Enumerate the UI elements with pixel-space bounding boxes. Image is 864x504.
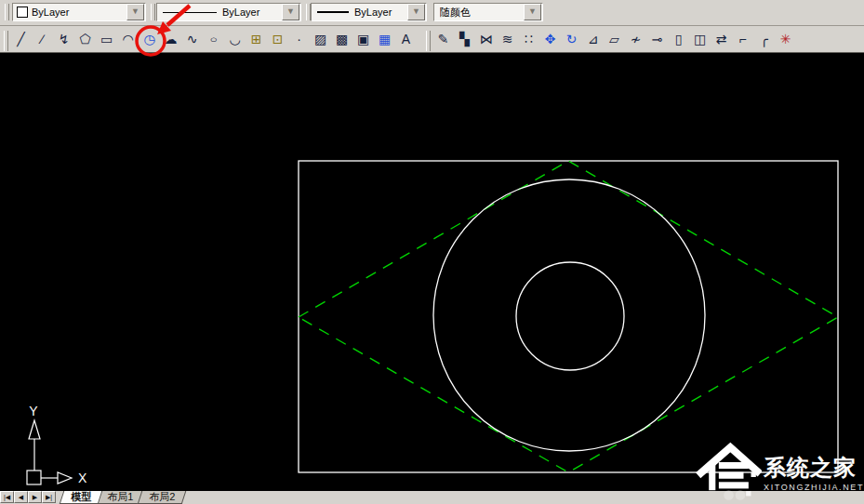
previous-tab-button[interactable]: ◀: [14, 491, 28, 503]
break-at-point-icon[interactable]: ▯: [668, 28, 689, 51]
layout-tab-bar: |◀ ◀ ▶ ▶| 模型 布局1 布局2: [0, 491, 864, 504]
explode-icon[interactable]: ✳: [775, 28, 796, 51]
last-tab-button[interactable]: ▶|: [42, 491, 56, 503]
model-space-canvas[interactable]: Y X: [0, 53, 864, 491]
region-icon[interactable]: ▣: [352, 28, 374, 51]
first-tab-button[interactable]: |◀: [0, 491, 14, 503]
ellipse-arc-icon[interactable]: ◡: [224, 28, 246, 51]
break-icon[interactable]: ◫: [689, 28, 711, 51]
drawn-rectangle[interactable]: [299, 161, 838, 472]
polygon-icon[interactable]: ⬠: [74, 28, 96, 51]
stretch-icon[interactable]: ▱: [604, 28, 625, 51]
drawn-inner-circle[interactable]: [516, 262, 624, 370]
draw-toolbar: ╱ ∕ ↯ ⬠ ▭ ◠ ◷ ☁ ∿ ○ ◡ ⊞ ⊡ · ▨ ▩ ▣ ▦ A: [2, 27, 417, 52]
revision-cloud-icon[interactable]: ☁: [160, 28, 181, 51]
lineweight-control[interactable]: ByLayer ▼: [311, 3, 427, 21]
modify-toolbar: ✎ ▚ ⋈ ≋ ∷ ✥ ↻ ⊿ ▱ ≁ ⊸ ▯ ◫ ⇄ ⌐ ╭ ✳: [424, 27, 796, 52]
gradient-icon[interactable]: ▩: [331, 28, 352, 51]
tab-layout1-label: 布局1: [107, 491, 133, 503]
color-control[interactable]: ByLayer ▼: [12, 3, 146, 21]
chevron-down-icon: ▼: [131, 7, 140, 16]
linetype-control-value: ByLayer: [222, 7, 282, 18]
autocad-window: { "properties_toolbar": { "color": { "va…: [0, 0, 864, 504]
tab-layout2-label: 布局2: [149, 491, 175, 503]
ucs-x-label: X: [78, 471, 87, 485]
table-icon[interactable]: ▦: [374, 28, 395, 51]
rectangle-icon[interactable]: ▭: [96, 28, 117, 51]
copy-icon[interactable]: ▚: [454, 28, 475, 51]
chamfer-icon[interactable]: ⌐: [732, 28, 753, 51]
tab-model-label: 模型: [71, 491, 91, 503]
mirror-icon[interactable]: ⋈: [475, 28, 497, 51]
extend-icon[interactable]: ⊸: [646, 28, 668, 51]
scale-icon[interactable]: ⊿: [582, 28, 604, 51]
line-icon[interactable]: ╱: [10, 28, 32, 51]
multiline-text-icon[interactable]: A: [395, 28, 417, 51]
hatch-icon[interactable]: ▨: [310, 28, 331, 51]
plot-style-control-dropdown-button[interactable]: ▼: [524, 4, 541, 20]
lineweight-control-dropdown-button[interactable]: ▼: [407, 4, 425, 20]
chevron-down-icon: ▼: [412, 7, 420, 16]
polyline-icon[interactable]: ↯: [53, 28, 74, 51]
toolbar-grip[interactable]: [151, 4, 155, 20]
insert-block-icon[interactable]: ⊞: [246, 28, 267, 51]
offset-icon[interactable]: ≋: [497, 28, 518, 51]
drawn-outer-circle[interactable]: [433, 179, 705, 451]
toolbar-grip[interactable]: [5, 4, 9, 20]
chevron-down-icon: ▼: [286, 7, 295, 16]
array-icon[interactable]: ∷: [518, 28, 539, 51]
join-icon[interactable]: ⇄: [711, 28, 732, 51]
move-icon[interactable]: ✥: [539, 28, 561, 51]
color-swatch-icon: [17, 7, 28, 18]
fillet-icon[interactable]: ╭: [753, 28, 775, 51]
drawn-dashed-diamond[interactable]: [299, 161, 838, 472]
tab-layout2[interactable]: 布局2: [138, 491, 187, 504]
point-icon[interactable]: ·: [288, 28, 310, 51]
next-tab-button[interactable]: ▶: [28, 491, 42, 503]
make-block-icon[interactable]: ⊡: [267, 28, 288, 51]
plot-style-control[interactable]: 随颜色 ▼: [433, 3, 543, 21]
lineweight-control-value: ByLayer: [354, 7, 407, 18]
tab-model[interactable]: 模型: [60, 491, 103, 504]
layout-tabs: 模型 布局1 布局2: [61, 491, 181, 504]
spline-icon[interactable]: ∿: [181, 28, 203, 51]
rotate-icon[interactable]: ↻: [561, 28, 582, 51]
toolbar-grip[interactable]: [426, 31, 431, 51]
chevron-down-icon: ▼: [528, 7, 537, 16]
ucs-y-label: Y: [29, 404, 38, 418]
trim-icon[interactable]: ≁: [625, 28, 646, 51]
circle-icon[interactable]: ◷: [139, 28, 160, 51]
draw-modify-toolbars: ╱ ∕ ↯ ⬠ ▭ ◠ ◷ ☁ ∿ ○ ◡ ⊞ ⊡ · ▨ ▩ ▣ ▦ A ✎ …: [0, 26, 864, 53]
plot-style-control-value: 随颜色: [440, 6, 524, 20]
ucs-icon: Y X: [27, 404, 87, 485]
properties-toolbar: ByLayer ▼ ByLayer ▼ ByLayer ▼ 随颜色 ▼: [0, 0, 864, 26]
toolbar-grip[interactable]: [4, 31, 8, 51]
drawing-entities: Y X: [0, 53, 864, 491]
ellipse-icon[interactable]: ○: [203, 32, 224, 48]
linetype-control-dropdown-button[interactable]: ▼: [282, 4, 299, 20]
linetype-sample-icon: [163, 12, 217, 13]
color-control-dropdown-button[interactable]: ▼: [126, 4, 144, 20]
linetype-control[interactable]: ByLayer ▼: [156, 3, 301, 21]
arc-icon[interactable]: ◠: [117, 28, 139, 51]
erase-icon[interactable]: ✎: [432, 28, 454, 51]
construction-line-icon[interactable]: ∕: [32, 28, 53, 51]
color-control-value: ByLayer: [32, 7, 126, 18]
lineweight-sample-icon: [317, 11, 349, 13]
